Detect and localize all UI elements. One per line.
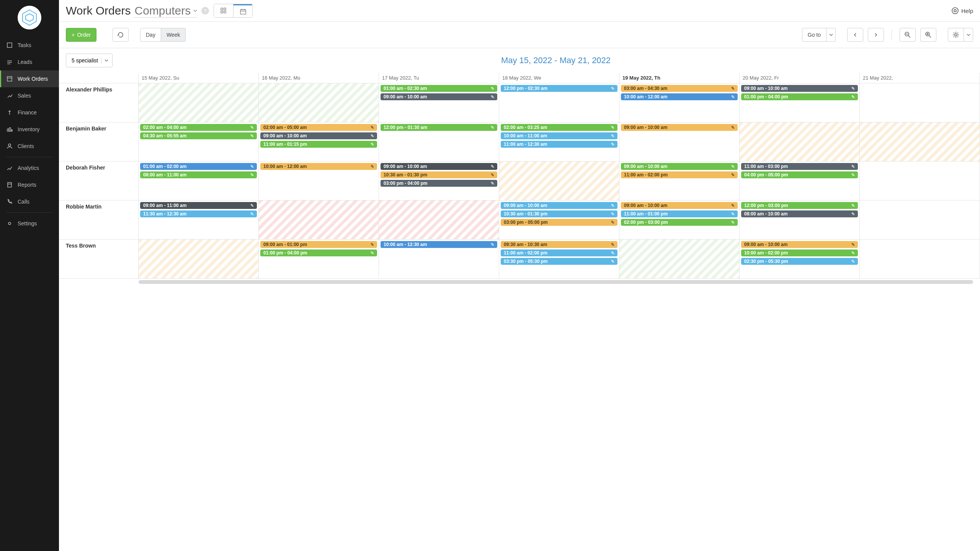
event[interactable]: 09:00 am - 10:00 am (621, 202, 738, 209)
event[interactable]: 02:00 am - 04:00 am (140, 124, 257, 131)
day-header[interactable]: 16 May 2022, Mo (259, 73, 379, 83)
event[interactable]: 12:00 pm - 02:30 am (501, 85, 617, 92)
schedule-cell[interactable]: 12:00 pm - 03:00 pm08:00 am - 10:00 am (740, 201, 860, 239)
event[interactable]: 11:00 am - 01:00 pm (621, 210, 738, 217)
event[interactable]: 08:00 am - 10:00 am (741, 210, 858, 217)
schedule-cell[interactable]: 11:00 am - 03:00 pm04:00 pm - 05:00 pm (740, 161, 860, 200)
settings-caret[interactable] (964, 28, 973, 42)
sidebar-item-settings[interactable]: Settings (0, 215, 59, 232)
specialist-filter[interactable]: 5 specialist (66, 54, 113, 67)
schedule-cell[interactable]: 02:00 am - 04:00 am04:30 am - 05:55 am (139, 122, 259, 161)
event[interactable]: 02:00 pm - 03:00 pm (621, 219, 738, 226)
help-link[interactable]: Help (951, 7, 973, 15)
event[interactable]: 04:30 am - 05:55 am (140, 132, 257, 139)
event[interactable]: 12:00 pm - 03:00 pm (741, 202, 858, 209)
schedule-cell[interactable]: 12:00 pm - 02:30 am (499, 83, 619, 122)
schedule-cell[interactable] (860, 201, 980, 239)
help-bubble-icon[interactable]: ? (201, 7, 209, 15)
sidebar-item-sales[interactable]: Sales (0, 87, 59, 104)
schedule-cell[interactable]: 09:00 am - 01:00 pm01:00 pm - 04:00 pm (259, 240, 379, 278)
event[interactable]: 09:00 am - 10:00 am (621, 124, 738, 131)
category-dropdown[interactable]: Computers (134, 4, 198, 18)
event[interactable]: 09:00 am - 10:00 am (741, 85, 858, 92)
day-header[interactable]: 15 May 2022, Su (139, 73, 259, 83)
sidebar-item-leads[interactable]: Leads (0, 54, 59, 70)
day-header[interactable]: 20 May 2022, Fr (740, 73, 860, 83)
schedule-cell[interactable]: 01:00 am - 02:00 am08:00 am - 11:00 am (139, 161, 259, 200)
event[interactable]: 11:00 am - 02:00 pm (621, 171, 738, 178)
event[interactable]: 10:30 am - 01:30 pm (501, 210, 617, 217)
zoom-out-button[interactable] (900, 28, 916, 42)
view-list-button[interactable] (214, 4, 233, 17)
sidebar-item-finance[interactable]: Finance (0, 104, 59, 121)
event[interactable]: 03:00 am - 04:30 am (621, 85, 738, 92)
event[interactable]: 10:00 am - 12:00 am (621, 93, 738, 100)
new-order-button[interactable]: + Order (66, 28, 96, 42)
schedule-cell[interactable]: 09:00 am - 10:00 am10:00 am - 02:00 pm02… (740, 240, 860, 278)
event[interactable]: 12:00 pm - 01:30 am (381, 124, 497, 131)
event[interactable]: 11:00 am - 02:00 pm (501, 249, 617, 256)
event[interactable]: 10:00 am - 12:30 am (381, 241, 497, 248)
schedule-cell[interactable]: 09:00 am - 11:00 am11:30 am - 12:30 am (139, 201, 259, 239)
app-logo[interactable] (0, 0, 59, 37)
event[interactable]: 09:00 am - 01:00 pm (260, 241, 377, 248)
schedule-cell[interactable] (860, 83, 980, 122)
event[interactable]: 01:00 am - 02:00 am (140, 163, 257, 170)
schedule-cell[interactable] (379, 201, 499, 239)
event[interactable]: 09:00 am - 10:00 am (501, 202, 617, 209)
event[interactable]: 02:00 am - 05:00 am (260, 124, 377, 131)
event[interactable]: 02:30 pm - 05:30 pm (741, 258, 858, 265)
day-header[interactable]: 19 May 2022, Th (619, 73, 740, 83)
schedule-cell[interactable]: 09:00 am - 10:00 am10:30 am - 01:30 pm03… (379, 161, 499, 200)
event[interactable]: 03:00 pm - 05:00 pm (501, 219, 617, 226)
schedule-cell[interactable]: 10:00 am - 12:30 am (379, 240, 499, 278)
event[interactable]: 11:00 am - 01:15 pm (260, 141, 377, 148)
prev-button[interactable] (847, 28, 863, 42)
sidebar-item-clients[interactable]: Clients (0, 138, 59, 155)
day-header[interactable]: 17 May 2022, Tu (379, 73, 499, 83)
event[interactable]: 09:00 am - 10:00 am (381, 93, 497, 100)
sidebar-item-reports[interactable]: Reports (0, 176, 59, 193)
day-button[interactable]: Day (140, 28, 161, 42)
schedule-cell[interactable]: 09:00 am - 10:00 am10:30 am - 01:30 pm03… (499, 201, 619, 239)
schedule-cell[interactable]: 02:00 am - 05:00 am09:00 am - 10:00 am11… (259, 122, 379, 161)
schedule-cell[interactable]: 01:00 am - 02:30 am09:00 am - 10:00 am (379, 83, 499, 122)
goto-caret[interactable] (826, 28, 836, 42)
next-button[interactable] (868, 28, 884, 42)
event[interactable]: 03:30 pm - 05:30 pm (501, 258, 617, 265)
schedule-cell[interactable] (860, 161, 980, 200)
event[interactable]: 09:00 am - 11:00 am (140, 202, 257, 209)
schedule-cell[interactable]: 09:00 am - 10:00 am01:00 pm - 04:00 pm (740, 83, 860, 122)
schedule-cell[interactable]: 09:00 am - 10:00 am11:00 am - 01:00 pm02… (619, 201, 740, 239)
schedule-cell[interactable]: 09:30 am - 10:30 am11:00 am - 02:00 pm03… (499, 240, 619, 278)
sidebar-item-analytics[interactable]: Analytics (0, 160, 59, 176)
goto-button[interactable]: Go to (802, 28, 826, 42)
event[interactable]: 10:00 am - 11:00 am (501, 132, 617, 139)
event[interactable]: 02:00 am - 03:25 am (501, 124, 617, 131)
schedule-cell[interactable] (499, 161, 619, 200)
event[interactable]: 01:00 am - 02:30 am (381, 85, 497, 92)
schedule-cell[interactable] (740, 122, 860, 161)
horizontal-scrollbar[interactable] (139, 280, 973, 284)
schedule-cell[interactable]: 09:00 am - 10:00 am (619, 122, 740, 161)
week-button[interactable]: Week (161, 28, 186, 42)
schedule-cell[interactable] (619, 240, 740, 278)
sidebar-item-calls[interactable]: Calls (0, 193, 59, 210)
event[interactable]: 11:30 am - 12:30 am (140, 210, 257, 217)
day-header[interactable]: 18 May 2022, We (499, 73, 619, 83)
event[interactable]: 10:00 am - 12:00 am (260, 163, 377, 170)
zoom-in-button[interactable] (920, 28, 936, 42)
schedule-cell[interactable] (259, 201, 379, 239)
event[interactable]: 11:00 am - 12:30 am (501, 141, 617, 148)
refresh-button[interactable] (113, 28, 129, 42)
settings-button[interactable] (948, 28, 964, 42)
schedule-cell[interactable] (139, 83, 259, 122)
sidebar-item-work-orders[interactable]: Work Orders (0, 70, 59, 87)
schedule-cell[interactable] (139, 240, 259, 278)
schedule-cell[interactable]: 10:00 am - 12:00 am (259, 161, 379, 200)
event[interactable]: 09:00 am - 10:00 am (741, 241, 858, 248)
schedule-cell[interactable] (860, 240, 980, 278)
event[interactable]: 01:00 pm - 04:00 pm (260, 249, 377, 256)
view-calendar-button[interactable] (233, 4, 252, 17)
event[interactable]: 09:00 am - 10:00 am (260, 132, 377, 139)
